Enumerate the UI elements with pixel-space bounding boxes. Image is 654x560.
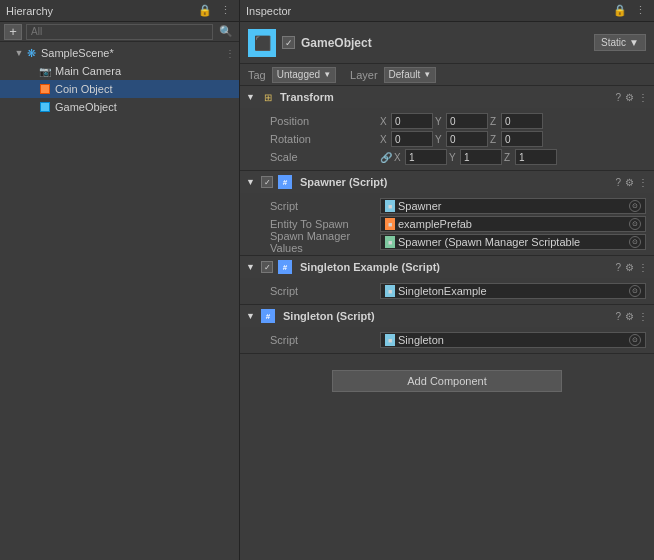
search-input[interactable] bbox=[26, 24, 213, 40]
spawner-header[interactable]: ▼ # Spawner (Script) ? ⚙ bbox=[240, 171, 654, 193]
transform-settings-icon[interactable]: ⚙ bbox=[625, 92, 634, 103]
static-label: Static bbox=[601, 37, 626, 48]
scene-root[interactable]: ▼ ❋ SampleScene* ⋮ bbox=[0, 44, 239, 62]
hierarchy-item-coin-object[interactable]: Coin Object bbox=[0, 80, 239, 98]
scale-y-field: Y bbox=[449, 149, 502, 165]
singleton-example-script-ref[interactable]: ■ SingletonExample ⊙ bbox=[380, 283, 646, 299]
spawner-script-value: Spawner bbox=[398, 200, 441, 212]
inspector-bottom-space bbox=[240, 408, 654, 560]
rotation-y-input[interactable] bbox=[446, 131, 488, 147]
spawner-help-icon[interactable]: ? bbox=[615, 177, 621, 188]
spawner-more-icon[interactable] bbox=[638, 177, 648, 188]
singleton-settings-icon[interactable]: ⚙ bbox=[625, 311, 634, 322]
hierarchy-item-gameobject[interactable]: GameObject bbox=[0, 98, 239, 116]
singleton-example-script-label: Script bbox=[270, 285, 380, 297]
hierarchy-menu-icon[interactable] bbox=[218, 3, 233, 18]
rotation-label: Rotation bbox=[270, 133, 380, 145]
tag-value: Untagged bbox=[277, 69, 320, 80]
singleton-example-icon: # bbox=[278, 260, 292, 274]
singleton-example-ref-circle[interactable]: ⊙ bbox=[629, 285, 641, 297]
add-component-button[interactable]: Add Component bbox=[332, 370, 562, 392]
transform-title: Transform bbox=[280, 91, 610, 103]
spawner-settings-icon[interactable]: ⚙ bbox=[625, 177, 634, 188]
singleton-script-label: Script bbox=[270, 334, 380, 346]
singleton-icon: # bbox=[261, 309, 275, 323]
spawner-script-file-icon: ■ bbox=[385, 200, 395, 212]
inspector-header-icons: 🔒 bbox=[611, 3, 648, 18]
tag-label: Tag bbox=[248, 69, 266, 81]
singleton-header[interactable]: ▼ # Singleton (Script) ? ⚙ bbox=[240, 305, 654, 327]
transform-more-icon[interactable] bbox=[638, 92, 648, 103]
scene-label: SampleScene* bbox=[41, 47, 114, 59]
spawner-script-row: Script ■ Spawner ⊙ bbox=[240, 197, 654, 215]
hierarchy-header-icons: 🔒 bbox=[196, 3, 233, 18]
gameobject-name[interactable]: GameObject bbox=[301, 36, 588, 50]
gameobject-active-checkbox[interactable] bbox=[282, 36, 295, 49]
spawn-manager-label: Spawn Manager Values bbox=[270, 230, 380, 254]
scale-y-input[interactable] bbox=[460, 149, 502, 165]
spawner-header-icons: ? ⚙ bbox=[615, 177, 648, 188]
static-button[interactable]: Static ▼ bbox=[594, 34, 646, 51]
singleton-example-more-icon[interactable] bbox=[638, 262, 648, 273]
spawner-enabled-checkbox[interactable] bbox=[261, 176, 273, 188]
entity-ref-circle[interactable]: ⊙ bbox=[629, 218, 641, 230]
coin-object-icon bbox=[38, 82, 52, 96]
singleton-example-help-icon[interactable]: ? bbox=[615, 262, 621, 273]
scene-icon: ❋ bbox=[24, 46, 38, 60]
position-label: Position bbox=[270, 115, 380, 127]
scale-x-input[interactable] bbox=[405, 149, 447, 165]
position-z-input[interactable] bbox=[501, 113, 543, 129]
camera-icon: 📷 bbox=[38, 64, 52, 78]
px-label: X bbox=[380, 116, 390, 127]
hierarchy-item-main-camera[interactable]: 📷 Main Camera bbox=[0, 62, 239, 80]
search-icon[interactable]: 🔍 bbox=[217, 24, 235, 39]
spawner-title: Spawner (Script) bbox=[300, 176, 610, 188]
singleton-ref-circle[interactable]: ⊙ bbox=[629, 334, 641, 346]
transform-header-icons: ? ⚙ bbox=[615, 92, 648, 103]
singleton-example-settings-icon[interactable]: ⚙ bbox=[625, 262, 634, 273]
hierarchy-panel: Hierarchy 🔒 + 🔍 ▼ ❋ SampleScene* ⋮ 📷 Mai… bbox=[0, 0, 240, 560]
position-y-input[interactable] bbox=[446, 113, 488, 129]
layer-label: Layer bbox=[350, 69, 378, 81]
singleton-help-icon[interactable]: ? bbox=[615, 311, 621, 322]
scale-z-input[interactable] bbox=[515, 149, 557, 165]
rotation-x-input[interactable] bbox=[391, 131, 433, 147]
transform-help-icon[interactable]: ? bbox=[615, 92, 621, 103]
singleton-more-icon[interactable] bbox=[638, 311, 648, 322]
singleton-example-header-icons: ? ⚙ bbox=[615, 262, 648, 273]
position-row: Position X Y Z bbox=[240, 112, 654, 130]
add-component-container: Add Component bbox=[240, 354, 654, 408]
singleton-script-ref[interactable]: ■ Singleton ⊙ bbox=[380, 332, 646, 348]
scale-row: Scale 🔗 X Y Z bbox=[240, 148, 654, 166]
tag-dropdown[interactable]: Untagged ▼ bbox=[272, 67, 336, 83]
spawner-script-label: Script bbox=[270, 200, 380, 212]
scene-more-icon[interactable]: ⋮ bbox=[225, 48, 239, 59]
singleton-example-body: Script ■ SingletonExample ⊙ bbox=[240, 278, 654, 304]
singleton-example-header[interactable]: ▼ # Singleton Example (Script) ? ⚙ bbox=[240, 256, 654, 278]
singleton-example-file-icon: ■ bbox=[385, 285, 395, 297]
rotation-z-input[interactable] bbox=[501, 131, 543, 147]
inspector-menu-icon[interactable] bbox=[633, 3, 648, 18]
spawn-manager-icon: ■ bbox=[385, 236, 395, 248]
inspector-lock-icon[interactable]: 🔒 bbox=[611, 3, 629, 18]
spawner-section: ▼ # Spawner (Script) ? ⚙ Script ■ Spawne… bbox=[240, 171, 654, 256]
hierarchy-title: Hierarchy bbox=[6, 5, 53, 17]
singleton-example-script-value: SingletonExample bbox=[398, 285, 487, 297]
entity-to-spawn-ref[interactable]: ■ examplePrefab ⊙ bbox=[380, 216, 646, 232]
spawn-manager-ref-circle[interactable]: ⊙ bbox=[629, 236, 641, 248]
position-x-input[interactable] bbox=[391, 113, 433, 129]
spawner-script-ref[interactable]: ■ Spawner ⊙ bbox=[380, 198, 646, 214]
scale-chain-icon[interactable]: 🔗 bbox=[380, 151, 392, 163]
lock-icon[interactable]: 🔒 bbox=[196, 3, 214, 18]
singleton-body: Script ■ Singleton ⊙ bbox=[240, 327, 654, 353]
layer-dropdown[interactable]: Default ▼ bbox=[384, 67, 437, 83]
spawner-script-ref-circle[interactable]: ⊙ bbox=[629, 200, 641, 212]
singleton-example-collapse-icon: ▼ bbox=[246, 262, 256, 272]
spawn-manager-ref[interactable]: ■ Spawner (Spawn Manager Scriptable ⊙ bbox=[380, 234, 646, 250]
tree-spacer-camera bbox=[28, 66, 38, 76]
add-button[interactable]: + bbox=[4, 24, 22, 40]
singleton-example-checkbox[interactable] bbox=[261, 261, 273, 273]
position-values: X Y Z bbox=[380, 113, 646, 129]
gameobject-label: GameObject bbox=[55, 101, 117, 113]
transform-header[interactable]: ▼ ⊞ Transform ? ⚙ bbox=[240, 86, 654, 108]
